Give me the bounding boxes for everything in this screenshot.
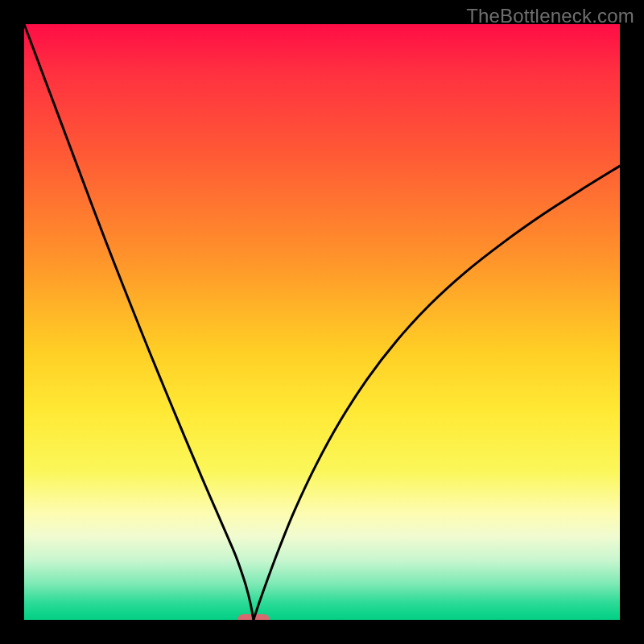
curve-left-branch [24,24,254,620]
watermark-text: TheBottleneck.com [466,5,634,27]
plot-area [24,24,620,620]
curve-right-branch [254,166,620,620]
bottleneck-curve [24,24,620,620]
